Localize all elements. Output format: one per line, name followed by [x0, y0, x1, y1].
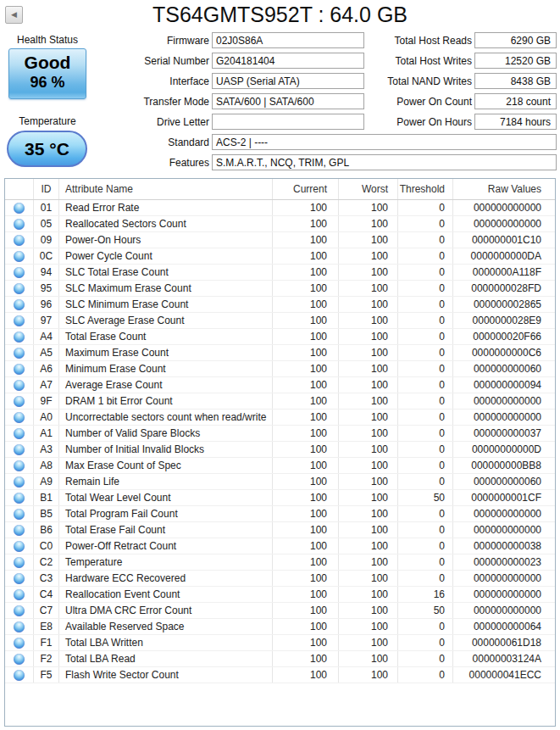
status-cell: [5, 265, 33, 280]
smart-attribute-row[interactable]: 95SLC Maximum Erase Count100100000000000…: [5, 281, 555, 297]
cell-raw: 000000000000: [452, 603, 555, 618]
cell-raw: 000000000000: [452, 393, 555, 409]
cell-id: B6: [33, 522, 58, 538]
cell-id: C0: [33, 538, 58, 554]
field-label: Serial Number: [0, 53, 209, 67]
smart-attribute-row[interactable]: A3Number of Initial Invalid Blocks100100…: [5, 442, 555, 458]
smart-attribute-row[interactable]: A5Maximum Erase Count10010000000000000C6: [5, 345, 555, 361]
column-header-threshold[interactable]: Threshold: [397, 179, 452, 199]
smart-attribute-row[interactable]: C3Hardware ECC Recovered1001000000000000…: [5, 571, 555, 587]
cell-current: 100: [272, 635, 338, 650]
status-good-orb-icon: [14, 332, 25, 343]
smart-attribute-row[interactable]: A7Average Erase Count1001000000000000094: [5, 377, 555, 393]
status-good-orb-icon: [14, 219, 25, 230]
field-value-box[interactable]: 02J0S86A: [212, 32, 364, 48]
status-cell: [5, 329, 33, 344]
cell-current: 100: [272, 248, 338, 264]
cell-threshold: 0: [397, 361, 452, 376]
stat-value-box[interactable]: 6290 GB: [474, 32, 557, 48]
cell-threshold: 50: [397, 490, 452, 505]
cell-threshold: 0: [397, 426, 452, 441]
smart-attribute-row[interactable]: A9Remain Life1001000000000000060: [5, 474, 555, 490]
cell-name: Total LBA Read: [58, 651, 272, 666]
smart-attribute-row[interactable]: B6Total Erase Fail Count1001000000000000…: [5, 522, 555, 538]
cell-raw: 000000000000: [452, 522, 555, 538]
column-header-status[interactable]: [5, 179, 33, 199]
smart-attribute-row[interactable]: F1Total LBA Written1001000000000061D18: [5, 635, 555, 651]
smart-attribute-row[interactable]: 97SLC Average Erase Count100100000000000…: [5, 313, 555, 329]
cell-name: Reallocation Event Count: [58, 587, 272, 602]
cell-name: Remain Life: [58, 474, 272, 489]
smart-attribute-row[interactable]: 09Power-On Hours1001000000000001C10: [5, 232, 555, 248]
cell-worst: 100: [338, 442, 397, 457]
status-good-orb-icon: [14, 557, 25, 568]
smart-attribute-row[interactable]: 96SLC Minimum Erase Count100100000000000…: [5, 297, 555, 313]
cell-id: C4: [33, 587, 58, 602]
cell-worst: 100: [338, 410, 397, 425]
status-good-orb-icon: [14, 509, 25, 520]
cell-name: Total Erase Count: [58, 329, 272, 344]
smart-attribute-row[interactable]: A8Max Erase Count of Spec100100000000000…: [5, 458, 555, 474]
field-value-box[interactable]: ACS-2 | ----: [212, 134, 557, 150]
drive-title: TS64GMTS952T : 64.0 GB: [0, 3, 560, 27]
cell-threshold: 0: [397, 410, 452, 425]
stat-value-box[interactable]: 12520 GB: [474, 53, 557, 69]
smart-attribute-row[interactable]: C0Power-Off Retract Count100100000000000…: [5, 538, 555, 554]
smart-attribute-row[interactable]: C2Temperature1001000000000000023: [5, 554, 555, 571]
column-header-raw-values[interactable]: Raw Values: [452, 179, 555, 199]
smart-attribute-row[interactable]: A6Minimum Erase Count1001000000000000060: [5, 361, 555, 377]
smart-attribute-row[interactable]: F2Total LBA Read100100000000003124A: [5, 651, 555, 667]
cell-raw: 000000000000: [452, 587, 555, 602]
smart-attribute-row[interactable]: 9FDRAM 1 bit Error Count1001000000000000…: [5, 393, 555, 410]
cell-worst: 100: [338, 329, 397, 344]
cell-name: SLC Total Erase Count: [58, 265, 272, 280]
cell-raw: 000000000064: [452, 619, 555, 634]
smart-attribute-row[interactable]: E8Available Reserved Space10010000000000…: [5, 619, 555, 635]
smart-attribute-row[interactable]: C7Ultra DMA CRC Error Count1001005000000…: [5, 603, 555, 619]
stat-field-row: Total Host Reads6290 GB: [364, 32, 557, 48]
cell-current: 100: [272, 554, 338, 570]
smart-attribute-row[interactable]: B1Total Wear Level Count1001005000000000…: [5, 490, 555, 506]
cell-raw: 0000000028E9: [452, 313, 555, 328]
status-cell: [5, 619, 33, 634]
cell-current: 100: [272, 216, 338, 231]
field-value-box[interactable]: [212, 114, 364, 130]
smart-attribute-row[interactable]: A1Number of Valid Spare Blocks1001000000…: [5, 426, 555, 442]
cell-raw: 0000000000DA: [452, 248, 555, 264]
cell-name: Number of Valid Spare Blocks: [58, 426, 272, 441]
cell-id: 94: [33, 265, 58, 280]
column-header-id[interactable]: ID: [33, 179, 58, 199]
smart-attribute-row[interactable]: 05Reallocated Sectors Count1001000000000…: [5, 216, 555, 232]
stat-value-box[interactable]: 218 count: [474, 93, 557, 109]
field-value-box[interactable]: SATA/600 | SATA/600: [212, 93, 364, 109]
stat-value-box[interactable]: 7184 hours: [474, 114, 557, 130]
status-good-orb-icon: [14, 654, 25, 665]
column-header-worst[interactable]: Worst: [338, 179, 397, 199]
smart-attribute-row[interactable]: C4Reallocation Event Count10010016000000…: [5, 587, 555, 603]
smart-attribute-row[interactable]: B5Total Program Fail Count10010000000000…: [5, 506, 555, 522]
smart-attribute-row[interactable]: F5Flash Write Sector Count10010000000000…: [5, 667, 555, 683]
smart-attribute-row[interactable]: A0Uncorrectable sectors count when read/…: [5, 410, 555, 426]
stat-value-box[interactable]: 8438 GB: [474, 73, 557, 89]
column-header-current[interactable]: Current: [272, 179, 338, 199]
cell-worst: 100: [338, 265, 397, 280]
column-header-attribute-name[interactable]: Attribute Name: [58, 179, 272, 199]
cell-worst: 100: [338, 345, 397, 360]
cell-current: 100: [272, 426, 338, 441]
cell-worst: 100: [338, 635, 397, 650]
cell-raw: 000000000000: [452, 571, 555, 586]
cell-threshold: 0: [397, 216, 452, 231]
field-value-box[interactable]: G204181404: [212, 53, 364, 69]
smart-attribute-row[interactable]: A4Total Erase Count1001000000000020F66: [5, 329, 555, 345]
cell-current: 100: [272, 603, 338, 618]
cell-worst: 100: [338, 458, 397, 473]
smart-attribute-row[interactable]: 0CPower Cycle Count10010000000000000DA: [5, 248, 555, 265]
stat-label: Total Host Reads: [364, 32, 472, 47]
field-value-box[interactable]: UASP (Serial ATA): [212, 73, 364, 89]
status-cell: [5, 571, 33, 586]
smart-attribute-row[interactable]: 94SLC Total Erase Count10010000000000A11…: [5, 265, 555, 281]
status-good-orb-icon: [14, 476, 25, 488]
smart-attribute-row[interactable]: 01Read Error Rate1001000000000000000: [5, 200, 555, 216]
cell-id: 05: [33, 216, 58, 231]
field-value-box[interactable]: S.M.A.R.T., NCQ, TRIM, GPL: [212, 154, 557, 170]
